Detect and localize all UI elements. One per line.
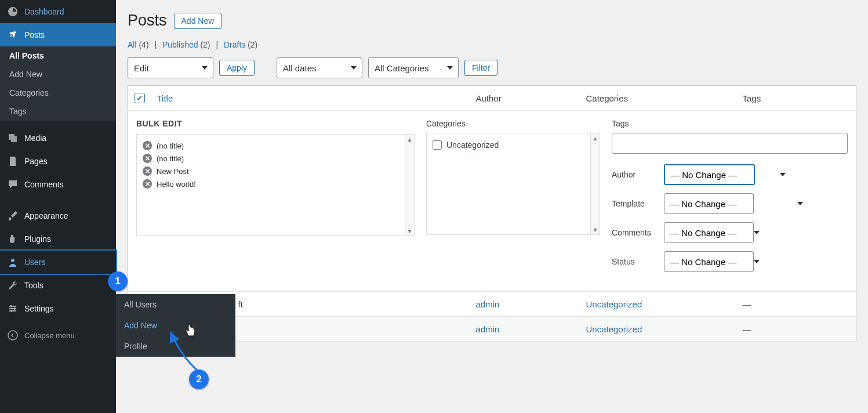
submenu-tags[interactable]: Tags: [0, 102, 116, 121]
bulk-item[interactable]: ✕(no title): [143, 152, 402, 165]
plug-icon: [7, 233, 19, 245]
sidebar-item-label: Media: [24, 133, 46, 143]
submenu-add-new[interactable]: Add New: [0, 65, 116, 84]
svg-point-0: [11, 259, 14, 262]
scrollbar[interactable]: ▲ ▼: [405, 135, 414, 236]
sidebar-item-users[interactable]: Users: [0, 249, 117, 275]
status-published-count: (2): [200, 40, 210, 49]
wrench-icon: [7, 280, 19, 291]
sidebar-item-comments[interactable]: Comments: [0, 173, 116, 196]
status-all-link[interactable]: All: [128, 40, 137, 49]
comments-label: Comments: [612, 228, 664, 237]
posts-table: Title Author Categories Tags BULK EDIT: [128, 85, 856, 342]
sidebar-item-label: Pages: [24, 157, 48, 166]
remove-icon[interactable]: ✕: [143, 154, 152, 163]
bulk-items-list: ✕(no title) ✕(no title) ✕New Post ✕Hello…: [136, 134, 415, 236]
brush-icon: [7, 210, 19, 222]
scroll-down-icon[interactable]: ▼: [405, 226, 414, 236]
sidebar-item-label: Dashboard: [24, 7, 64, 16]
sidebar-item-label: Appearance: [24, 211, 68, 220]
template-label: Template: [612, 199, 664, 208]
flyout-add-new[interactable]: Add New: [116, 315, 235, 336]
author-link[interactable]: admin: [476, 299, 500, 309]
remove-icon[interactable]: ✕: [143, 166, 152, 176]
page-icon: [7, 155, 19, 167]
date-filter-select[interactable]: All dates: [277, 57, 362, 78]
bulk-categories-box: Uncategorized ▲ ▼: [426, 133, 600, 235]
status-drafts-link[interactable]: Drafts: [224, 40, 245, 49]
tags-value: —: [743, 324, 751, 334]
status-filter-links: All (4) | Published (2) | Drafts (2): [128, 40, 856, 49]
scroll-up-icon[interactable]: ▲: [405, 135, 414, 144]
sidebar-item-label: Settings: [24, 304, 54, 313]
sidebar-item-settings[interactable]: Settings: [0, 297, 116, 320]
author-link[interactable]: admin: [476, 324, 500, 334]
scroll-down-icon[interactable]: ▼: [591, 225, 600, 234]
bulk-categories-label: Categories: [426, 119, 600, 128]
scrollbar[interactable]: ▲ ▼: [590, 133, 600, 234]
sidebar-item-tools[interactable]: Tools: [0, 274, 116, 297]
status-all-count: (4): [139, 40, 148, 49]
category-option[interactable]: Uncategorized: [433, 138, 588, 152]
page-header: Posts Add New: [128, 12, 856, 30]
annotation-badge-2: 2: [189, 369, 209, 389]
sidebar-item-label: Tools: [24, 281, 43, 290]
status-published-link[interactable]: Published: [162, 40, 198, 49]
remove-icon[interactable]: ✕: [143, 141, 152, 150]
bulk-item[interactable]: ✕(no title): [143, 139, 402, 152]
submenu-categories[interactable]: Categories: [0, 84, 116, 102]
col-categories: Categories: [580, 86, 737, 111]
annotation-badge-1: 1: [108, 271, 128, 291]
select-all-checkbox[interactable]: [135, 93, 145, 103]
sidebar-item-label: Plugins: [24, 234, 51, 244]
svg-point-5: [13, 307, 16, 310]
sidebar-item-plugins[interactable]: Plugins: [0, 227, 116, 251]
comments-select[interactable]: — No Change —: [664, 222, 754, 243]
bulk-item[interactable]: ✕Hello world!: [143, 177, 402, 190]
apply-button[interactable]: Apply: [219, 60, 255, 76]
sidebar-item-label: Posts: [24, 30, 45, 39]
actions-row: Edit Apply All dates All Categories Filt…: [128, 57, 856, 78]
sidebar-item-posts[interactable]: Posts: [0, 23, 116, 46]
page-title: Posts: [128, 12, 167, 30]
pin-icon: [7, 29, 19, 41]
sidebar-item-appearance[interactable]: Appearance: [0, 204, 116, 227]
flyout-profile[interactable]: Profile: [116, 336, 235, 357]
collapse-icon: [7, 329, 19, 341]
posts-submenu: All Posts Add New Categories Tags: [0, 46, 116, 121]
bulk-item[interactable]: ✕New Post: [143, 165, 402, 177]
tags-value: —: [743, 299, 751, 309]
sidebar-item-dashboard[interactable]: Dashboard: [0, 0, 116, 23]
category-link[interactable]: Uncategorized: [586, 299, 642, 309]
bulk-action-select[interactable]: Edit: [128, 57, 213, 78]
category-filter-select[interactable]: All Categories: [368, 57, 459, 78]
bulk-edit-title: BULK EDIT: [136, 119, 415, 128]
add-new-button[interactable]: Add New: [174, 13, 222, 29]
sidebar-item-media[interactable]: Media: [0, 126, 116, 150]
dashboard-icon: [7, 6, 19, 17]
admin-sidebar: Dashboard Posts All Posts Add New Catego…: [0, 0, 116, 413]
category-link[interactable]: Uncategorized: [586, 324, 642, 334]
scroll-up-icon[interactable]: ▲: [591, 133, 600, 143]
bulk-edit-panel: BULK EDIT ✕(no title) ✕(no title) ✕New P…: [128, 111, 856, 291]
select-all-header: [128, 86, 151, 111]
category-checkbox[interactable]: [433, 140, 442, 150]
flyout-all-users[interactable]: All Users: [116, 294, 235, 315]
collapse-label: Collapse menu: [24, 331, 75, 340]
template-select[interactable]: — No Change —: [664, 193, 754, 214]
submenu-all-posts[interactable]: All Posts: [0, 46, 116, 65]
table-row: ft admin Uncategorized —: [128, 292, 856, 317]
col-title[interactable]: Title: [157, 93, 173, 103]
users-flyout: All Users Add New Profile: [116, 294, 235, 357]
bulk-tags-label: Tags: [612, 119, 848, 128]
svg-point-6: [10, 310, 13, 312]
status-drafts-count: (2): [248, 40, 257, 49]
status-select[interactable]: — No Change —: [664, 251, 754, 272]
author-select[interactable]: — No Change —: [664, 164, 755, 185]
sidebar-item-pages[interactable]: Pages: [0, 150, 116, 173]
remove-icon[interactable]: ✕: [143, 179, 152, 189]
filter-button[interactable]: Filter: [464, 60, 497, 76]
collapse-menu[interactable]: Collapse menu: [0, 324, 116, 347]
tags-input[interactable]: [612, 133, 848, 154]
settings-icon: [7, 303, 19, 314]
